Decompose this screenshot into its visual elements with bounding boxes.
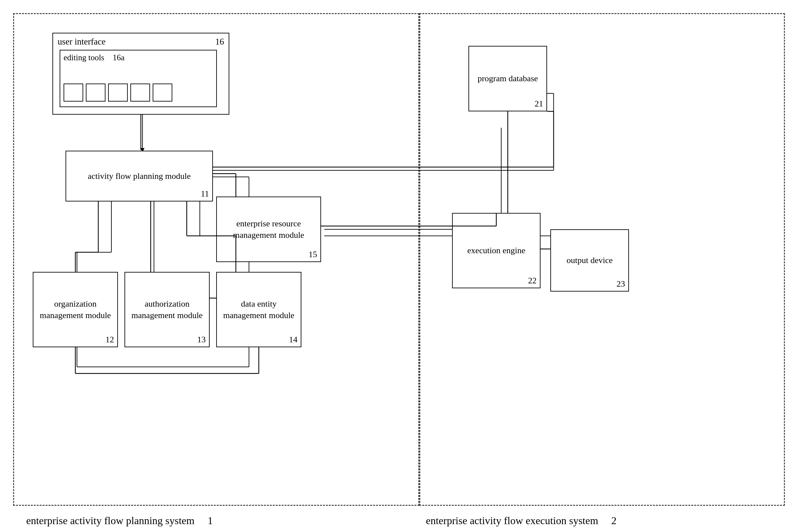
- program-database-number: 21: [535, 99, 543, 109]
- organization-management-number: 12: [106, 335, 114, 345]
- data-entity-management-label: data entity management module: [217, 296, 301, 324]
- activity-flow-planning-label: activity flow planning module: [84, 168, 194, 185]
- activity-flow-planning-box: activity flow planning module 11: [65, 151, 213, 202]
- enterprise-resource-management-number: 15: [309, 250, 317, 260]
- right-system-label: enterprise activity flow execution syste…: [426, 515, 616, 527]
- program-database-box: program database 21: [469, 46, 547, 111]
- execution-engine-number: 22: [528, 276, 537, 286]
- organization-management-box: organization management module 12: [33, 272, 118, 347]
- enterprise-resource-management-box: enterprise resource management module 15: [216, 196, 321, 262]
- user-interface-box: user interface 16 editing tools 16a: [52, 33, 229, 115]
- data-entity-management-number: 14: [289, 335, 298, 345]
- editing-tools-number: 16a: [113, 53, 125, 62]
- execution-engine-label: execution engine: [464, 242, 529, 259]
- output-device-label: output device: [564, 252, 616, 269]
- program-database-label: program database: [474, 70, 541, 87]
- output-device-box: output device 23: [550, 229, 629, 291]
- authorization-management-label: authorization management module: [125, 296, 209, 324]
- user-interface-label: user interface: [58, 37, 106, 47]
- left-system-label: enterprise activity flow planning system…: [26, 515, 213, 527]
- enterprise-resource-management-label: enterprise resource management module: [217, 215, 320, 243]
- execution-engine-box: execution engine 22: [452, 213, 540, 288]
- user-interface-number: 16: [215, 37, 224, 47]
- authorization-management-box: authorization management module 13: [125, 272, 210, 347]
- editing-tools-label: editing tools: [63, 53, 104, 62]
- output-device-number: 23: [616, 279, 625, 289]
- organization-management-label: organization management module: [33, 296, 117, 324]
- authorization-management-number: 13: [197, 335, 206, 345]
- data-entity-management-box: data entity management module 14: [216, 272, 301, 347]
- activity-flow-planning-number: 11: [201, 189, 209, 199]
